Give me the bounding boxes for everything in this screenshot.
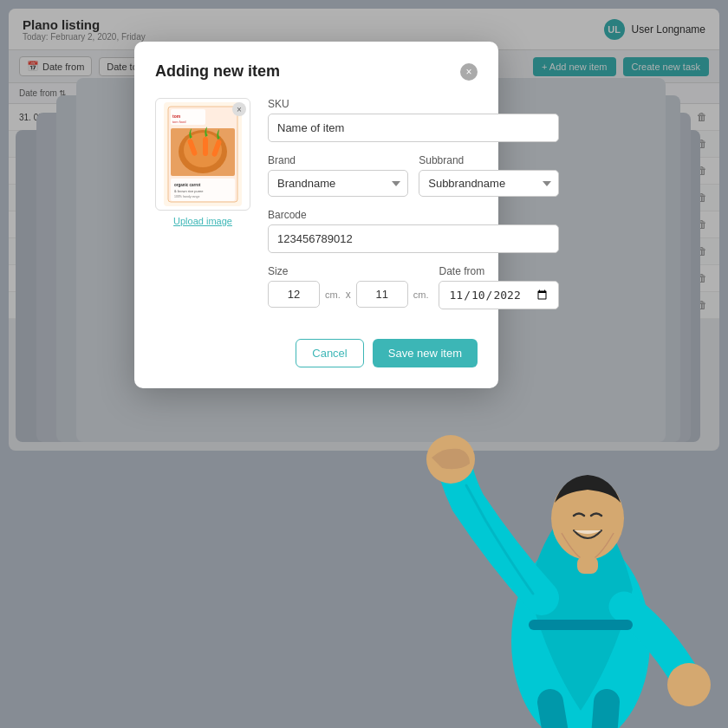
modal-header: Adding new item ×: [155, 62, 478, 81]
sku-input[interactable]: [268, 114, 559, 142]
svg-text:tom: tom: [172, 114, 181, 119]
size-width-input[interactable]: [268, 281, 320, 308]
superhero-illustration: [373, 364, 728, 728]
cancel-button[interactable]: Cancel: [296, 339, 363, 367]
modal-form: SKU Brand Brandname Brand A Brand B Subb…: [268, 98, 559, 322]
size-unit-2: cm.: [413, 289, 429, 300]
barcode-field-group: Barcode: [268, 209, 559, 253]
brand-label: Brand: [268, 154, 408, 166]
size-x-separator: x: [346, 289, 351, 301]
date-from-field-group: Date from: [439, 265, 559, 309]
barcode-input[interactable]: [268, 224, 559, 253]
sku-label: SKU: [268, 98, 559, 110]
size-unit-1: cm.: [325, 289, 341, 300]
upload-image-link[interactable]: Upload image: [173, 216, 232, 226]
date-from-label: Date from: [439, 265, 559, 277]
size-label: Size: [268, 265, 428, 277]
date-from-input[interactable]: [439, 281, 559, 309]
svg-text:& brown rice puree: & brown rice puree: [174, 189, 204, 193]
modal-body: tom tom food organic carro: [155, 98, 478, 322]
svg-rect-9: [203, 137, 208, 156]
modal-title: Adding new item: [155, 62, 280, 81]
size-height-input[interactable]: [356, 281, 408, 308]
brand-subbrand-row: Brand Brandname Brand A Brand B Subbrand…: [268, 154, 559, 209]
modal-close-button[interactable]: ×: [460, 63, 478, 81]
subbrand-label: Subbrand: [419, 154, 559, 166]
modal-image-section: tom tom food organic carro: [155, 98, 250, 322]
svg-text:tom food: tom food: [172, 120, 186, 124]
subbrand-select[interactable]: Subbrandname Sub A Sub B: [419, 170, 559, 197]
brand-select[interactable]: Brandname Brand A Brand B: [268, 170, 408, 197]
svg-text:organic carrot: organic carrot: [174, 183, 201, 187]
brand-field-group: Brand Brandname Brand A Brand B: [268, 154, 408, 197]
size-field-group: Size cm. x cm.: [268, 265, 428, 309]
svg-rect-20: [529, 620, 633, 630]
size-inputs: cm. x cm.: [268, 281, 428, 308]
subbrand-field-group: Subbrand Subbrandname Sub A Sub B: [419, 154, 559, 197]
size-date-row: Size cm. x cm. Date from: [268, 265, 559, 322]
sku-field-group: SKU: [268, 98, 559, 142]
svg-rect-19: [577, 556, 598, 574]
product-image-box: tom tom food organic carro: [155, 98, 250, 211]
svg-point-17: [667, 663, 711, 706]
image-remove-button[interactable]: ×: [232, 102, 246, 116]
product-image: tom tom food organic carro: [164, 102, 242, 206]
svg-text:100% handy range: 100% handy range: [174, 195, 199, 198]
barcode-label: Barcode: [268, 209, 559, 221]
add-item-modal: Adding new item × tom tom food: [134, 42, 498, 388]
